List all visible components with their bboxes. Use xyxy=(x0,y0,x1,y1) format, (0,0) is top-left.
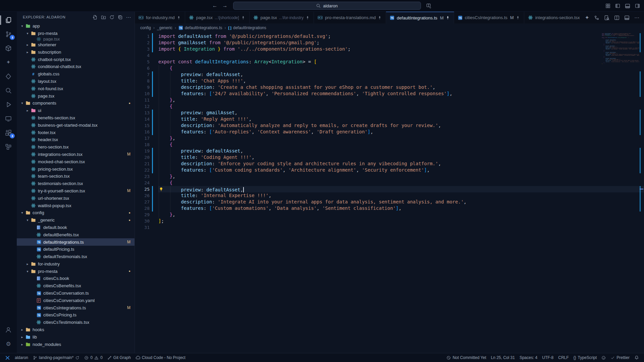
chevron-right-icon[interactable]: ▸ xyxy=(19,335,25,339)
overview-ruler[interactable] xyxy=(639,32,644,353)
tree-item-layout-tsx[interactable]: layout.tsx xyxy=(17,78,135,85)
line-number-1[interactable]: 1 xyxy=(135,33,155,40)
pin-icon[interactable] xyxy=(516,16,520,20)
layout-panel-icon[interactable] xyxy=(625,3,630,9)
activity-source-control[interactable]: 3 xyxy=(0,27,16,41)
forward-icon[interactable]: → xyxy=(222,3,228,8)
line-number-14[interactable]: 14 xyxy=(135,116,155,122)
tree-item-config[interactable]: ▾config● xyxy=(17,209,135,217)
breadcrumb-defaultintegrations-ts[interactable]: TSdefaultIntegrations.ts xyxy=(178,25,222,30)
tree-item-lib[interactable]: ▸lib xyxy=(17,333,135,341)
tree-item-citiescsintegrations-ts[interactable]: TScitiesCsIntegrations.tsM xyxy=(17,304,135,311)
line-number-28[interactable]: 28 xyxy=(135,205,155,212)
tree-item-pricing-section-tsx[interactable]: pricing-section.tsx xyxy=(17,165,135,173)
activity-remote-explorer[interactable] xyxy=(0,112,16,126)
collapse-all-icon[interactable] xyxy=(118,15,123,20)
status-cloud-code[interactable]: Cloud Code - No Project xyxy=(133,353,188,362)
line-number-27[interactable]: 27 xyxy=(135,199,155,205)
tree-item-benefits-section-tsx[interactable]: benefits-section.tsx xyxy=(17,114,135,122)
tree-item-chatbot-script-tsx[interactable]: chatbot-script.tsx xyxy=(17,56,135,63)
tab-page-tsx-for-industry[interactable]: page.tsx...\for-industry xyxy=(250,12,314,23)
line-number-25[interactable]: 25 xyxy=(135,186,155,192)
more-icon[interactable]: ⋯ xyxy=(634,15,639,20)
line-number-17[interactable]: 17 xyxy=(135,135,155,141)
breadcrumb-generic[interactable]: _generic xyxy=(157,25,172,30)
tree-item-hero-section-tsx[interactable]: hero-section.tsx xyxy=(17,143,135,151)
tree-item-node-modules[interactable]: ▸node_modules xyxy=(17,341,135,348)
status-notifications[interactable] xyxy=(632,353,641,362)
tab-defaultintegrations-ts[interactable]: TSdefaultIntegrations.tsM xyxy=(386,12,454,23)
tree-item-hooks[interactable]: ▸hooks xyxy=(17,326,135,334)
tree-item-page-tsx[interactable]: page.tsx xyxy=(17,37,135,41)
chevron-down-icon[interactable]: ▾ xyxy=(19,211,25,215)
open-changes-icon[interactable] xyxy=(594,15,599,20)
activity-settings[interactable]: ⚙ xyxy=(0,337,16,351)
tree-item-defaultintegrations-ts[interactable]: TSdefaultIntegrations.tsM xyxy=(17,238,135,246)
activity-accounts[interactable] xyxy=(0,323,16,337)
tree-item-try-it-yourself-section-tsx[interactable]: try-it-yourself-section.tsxM xyxy=(17,187,135,195)
line-number-15[interactable]: 15 xyxy=(135,122,155,129)
minimap[interactable]: import defaultAsset from '@/public/integ… xyxy=(602,33,639,65)
chevron-right-icon[interactable]: ▸ xyxy=(25,262,30,266)
tree-item-page-tsx[interactable]: page.tsx xyxy=(17,92,135,100)
more-icon[interactable]: ⋯ xyxy=(126,15,131,20)
status-remote-indicator[interactable] xyxy=(3,353,12,362)
pin-icon[interactable] xyxy=(446,16,450,20)
tree-item-shortener[interactable]: ▸shortener xyxy=(17,41,135,49)
chevron-right-icon[interactable]: ▸ xyxy=(19,343,25,346)
line-number-20[interactable]: 20 xyxy=(135,154,155,161)
tab-page-tsx-shortcode[interactable]: page.tsx...\[shortcode] xyxy=(185,12,250,23)
tree-item-defaultbenefits-tsx[interactable]: defaultBenefits.tsx xyxy=(17,231,135,238)
chevron-down-icon[interactable]: ▾ xyxy=(19,24,25,28)
chevron-down-icon[interactable]: ▾ xyxy=(25,269,30,273)
line-number-7[interactable]: 7 xyxy=(135,71,155,78)
chevron-down-icon[interactable]: ▾ xyxy=(19,101,25,105)
chevron-right-icon[interactable]: ▸ xyxy=(25,43,30,47)
tree-item-generic[interactable]: ▾_generic● xyxy=(17,217,135,224)
status-problems[interactable]: 00 xyxy=(82,353,105,362)
line-number-21[interactable]: 21 xyxy=(135,161,155,167)
status-git-graph[interactable]: Git Graph xyxy=(105,353,133,362)
line-number-31[interactable]: 31 xyxy=(135,224,155,231)
line-number-6[interactable]: 6 xyxy=(135,65,155,71)
status-encoding[interactable]: UTF-8 xyxy=(540,353,556,362)
line-number-26[interactable]: 26 xyxy=(135,192,155,199)
line-number-3[interactable]: 3 xyxy=(135,46,155,52)
status-language-mode[interactable]: {}TypeScript xyxy=(571,353,599,362)
status-cursor-position[interactable]: Ln 25, Col 31 xyxy=(488,353,517,362)
tree-item-defaultpricing-ts[interactable]: TSdefaultPricing.ts xyxy=(17,246,135,253)
tree-item-not-found-tsx[interactable]: not-found.tsx xyxy=(17,85,135,92)
line-number-13[interactable]: 13 xyxy=(135,110,155,116)
line-number-4[interactable]: 4 xyxy=(135,52,155,59)
tree-item-for-industry[interactable]: ▸for-industry xyxy=(17,260,135,268)
code-editor[interactable]: 1234567891011121314151617181920212223242… xyxy=(135,32,644,353)
status-workspace[interactable]: aldaron xyxy=(12,353,31,362)
breadcrumb-config[interactable]: config xyxy=(140,25,151,30)
line-number-2[interactable]: 2 xyxy=(135,40,155,46)
line-number-5[interactable]: 5 xyxy=(135,59,155,65)
tab-for-industry-md[interactable]: for-industry.md xyxy=(135,12,185,23)
tree-item-header-tsx[interactable]: header.tsx xyxy=(17,136,135,143)
pin-icon[interactable] xyxy=(378,16,382,20)
activity-project-manager[interactable] xyxy=(0,140,16,154)
chevron-right-icon[interactable]: ▸ xyxy=(25,50,30,54)
activity-copilot-chat[interactable]: ✦ xyxy=(0,55,16,69)
tree-item-citiescsconversation-yaml[interactable]: citiesCsConversation.yaml xyxy=(17,297,135,304)
tree-item-pro-mesta[interactable]: ▾pro-mesta xyxy=(17,30,135,37)
command-center-search[interactable]: aldaron xyxy=(233,2,421,10)
tab-pro-mesta-translations-md[interactable]: pro-mesta-translations.md xyxy=(314,12,386,23)
line-number-29[interactable]: 29 xyxy=(135,212,155,218)
tree-item-mocked-chat-section-tsx[interactable]: mocked-chat-section.tsx xyxy=(17,158,135,165)
layout-sidebar-left-icon[interactable] xyxy=(615,3,620,8)
tree-item-conditional-chatbot-tsx[interactable]: conditional-chatbot.tsx xyxy=(17,63,135,70)
editor-layout-dropdown-icon[interactable] xyxy=(426,3,432,9)
file-tree[interactable]: ▾app▾pro-mestapage.tsx▸shortener▸subscri… xyxy=(17,22,135,353)
line-number-9[interactable]: 9 xyxy=(135,84,155,90)
tree-item-footer-tsx[interactable]: footer.tsx xyxy=(17,129,135,136)
tree-item-business-get-started-modal-tsx[interactable]: business-get-started-modal.tsx xyxy=(17,121,135,129)
code-area[interactable]: import defaultAsset from '@/public/integ… xyxy=(155,32,644,353)
line-number-18[interactable]: 18 xyxy=(135,141,155,148)
pin-icon[interactable] xyxy=(177,16,181,20)
chevron-right-icon[interactable]: ▸ xyxy=(19,328,25,331)
tree-item-globals-css[interactable]: #globals.css xyxy=(17,70,135,78)
